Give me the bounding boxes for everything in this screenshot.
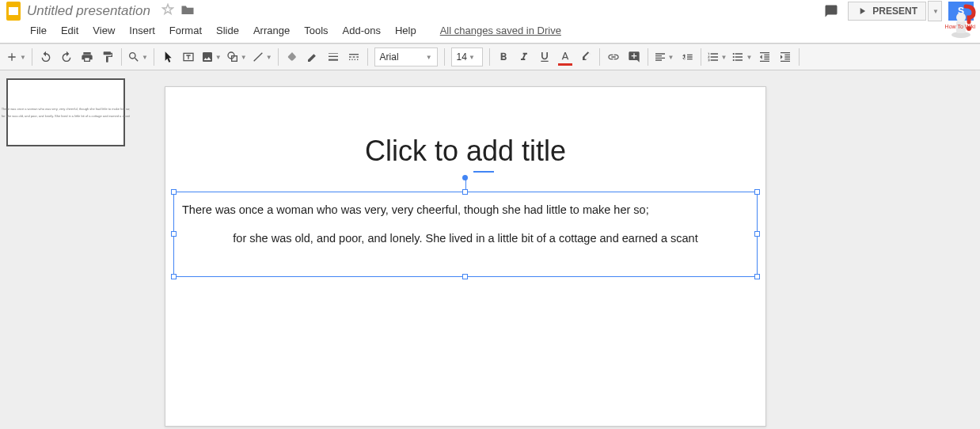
resize-handle-tr[interactable] (754, 189, 760, 195)
svg-point-4 (956, 13, 966, 22)
select-tool-button[interactable] (158, 47, 178, 67)
decrease-indent-button[interactable] (754, 47, 775, 67)
svg-rect-15 (352, 56, 355, 57)
menu-format[interactable]: Format (169, 25, 202, 36)
image-button[interactable]: ▼ (199, 47, 224, 67)
menu-help[interactable]: Help (395, 25, 416, 36)
svg-rect-20 (357, 59, 358, 60)
svg-rect-16 (356, 56, 359, 57)
text-color-button[interactable] (555, 47, 575, 67)
title-placeholder[interactable]: Click to add title (181, 135, 750, 168)
menu-tools[interactable]: Tools (304, 25, 328, 36)
svg-rect-17 (349, 59, 350, 60)
slide-canvas-area[interactable]: Click to add title There was once a woma… (133, 70, 980, 429)
present-dropdown[interactable]: ▼ (928, 1, 942, 21)
body-text-line-1[interactable]: There was once a woman who was very, ver… (182, 203, 749, 216)
textbox-button[interactable] (178, 47, 199, 67)
watermark-text: How To Wiki (945, 24, 975, 29)
present-button[interactable]: PRESENT (848, 2, 926, 21)
menu-slide[interactable]: Slide (216, 25, 239, 36)
svg-line-9 (253, 53, 262, 62)
paint-format-button[interactable] (97, 47, 118, 67)
line-button[interactable]: ▼ (249, 47, 275, 67)
body-text-line-2[interactable]: for she was old, and poor, and lonely. S… (182, 232, 749, 245)
insert-link-button[interactable] (603, 47, 624, 67)
slides-app-icon[interactable] (6, 2, 21, 21)
body-text-box[interactable]: There was once a woman who was very, ver… (173, 192, 758, 277)
svg-rect-10 (329, 53, 338, 54)
border-weight-button[interactable] (323, 47, 344, 67)
star-icon[interactable] (161, 3, 174, 19)
bulleted-list-button[interactable]: ▼ (729, 47, 754, 67)
align-button[interactable]: ▼ (651, 47, 677, 67)
comments-button[interactable] (821, 1, 841, 21)
save-status[interactable]: All changes saved in Drive (440, 25, 561, 36)
present-label: PRESENT (872, 6, 917, 17)
resize-handle-tl[interactable] (171, 189, 177, 195)
underline-button[interactable] (534, 47, 555, 67)
resize-handle-bl[interactable] (171, 274, 177, 279)
svg-rect-12 (329, 59, 338, 61)
bold-button[interactable] (493, 47, 514, 67)
border-dash-button[interactable] (344, 47, 364, 67)
resize-handle-mr[interactable] (754, 231, 760, 237)
resize-handle-tc[interactable] (462, 189, 468, 195)
svg-rect-18 (351, 59, 352, 60)
mascot-overlay-icon (942, 0, 980, 41)
fill-color-button[interactable] (282, 47, 302, 67)
menu-view[interactable]: View (93, 25, 115, 36)
new-slide-button[interactable]: ▼ (3, 47, 28, 67)
menu-arrange[interactable]: Arrange (253, 25, 290, 36)
resize-handle-bc[interactable] (462, 274, 468, 279)
slide-thumbnail-panel: There was once a woman who was very, ver… (0, 70, 133, 429)
print-button[interactable] (77, 47, 97, 67)
numbered-list-button[interactable]: ▼ (705, 47, 730, 67)
font-size-select[interactable]: 14▼ (451, 47, 483, 66)
insert-comment-button[interactable] (624, 47, 644, 67)
italic-button[interactable] (514, 47, 534, 67)
svg-rect-13 (349, 54, 359, 55)
line-spacing-button[interactable] (677, 47, 697, 67)
svg-rect-1 (9, 7, 18, 15)
increase-indent-button[interactable] (775, 47, 796, 67)
svg-rect-11 (329, 56, 338, 57)
menu-file[interactable]: File (30, 25, 47, 36)
font-family-select[interactable]: Arial▼ (374, 47, 438, 66)
slide[interactable]: Click to add title There was once a woma… (165, 86, 766, 427)
highlight-color-button[interactable] (575, 47, 596, 67)
folder-icon[interactable] (180, 3, 195, 19)
resize-handle-ml[interactable] (171, 231, 177, 237)
zoom-button[interactable]: ▼ (125, 47, 150, 67)
slide-thumbnail-1[interactable]: There was once a woman who was very, ver… (6, 78, 125, 146)
resize-handle-br[interactable] (754, 274, 760, 279)
menu-addons[interactable]: Add-ons (343, 25, 381, 36)
document-title[interactable]: Untitled presentation (27, 3, 150, 19)
toolbar: ▼ ▼ ▼ ▼ ▼ Arial▼ 14▼ ▼ ▼ ▼ (0, 44, 980, 70)
shape-button[interactable]: ▼ (224, 47, 249, 67)
redo-button[interactable] (56, 47, 77, 67)
menu-insert[interactable]: Insert (129, 25, 155, 36)
svg-rect-14 (349, 56, 351, 57)
border-color-button[interactable] (302, 47, 323, 67)
undo-button[interactable] (36, 47, 56, 67)
rotate-handle[interactable] (462, 175, 468, 180)
svg-rect-19 (354, 59, 355, 60)
menu-edit[interactable]: Edit (61, 25, 78, 36)
